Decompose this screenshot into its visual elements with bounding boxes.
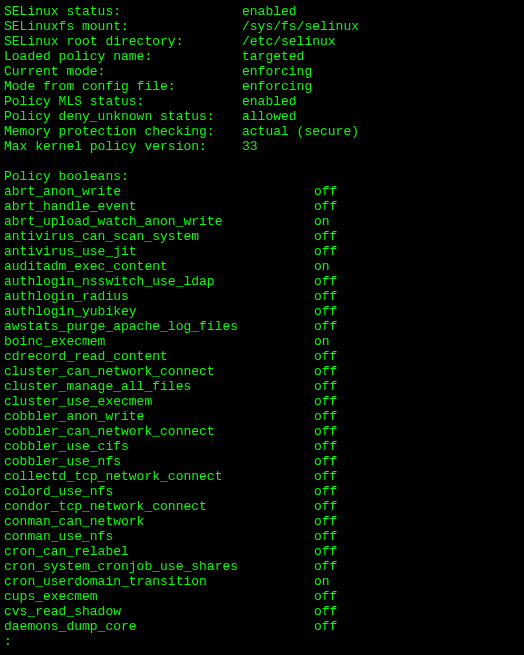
boolean-value: on xyxy=(314,334,330,349)
boolean-value: on xyxy=(314,214,330,229)
status-label: SELinux root directory: xyxy=(4,34,204,49)
status-value: enforcing xyxy=(204,64,312,79)
boolean-line: antivirus_can_scan_systemoff xyxy=(4,229,520,244)
boolean-name: cluster_can_network_connect xyxy=(4,364,314,379)
boolean-line: abrt_anon_writeoff xyxy=(4,184,520,199)
status-line: Max kernel policy version:33 xyxy=(4,139,520,154)
boolean-value: off xyxy=(314,319,337,334)
boolean-value: off xyxy=(314,229,337,244)
boolean-value: off xyxy=(314,409,337,424)
boolean-line: cobbler_use_nfsoff xyxy=(4,454,520,469)
boolean-line: cron_can_relabeloff xyxy=(4,544,520,559)
boolean-value: off xyxy=(314,394,337,409)
boolean-name: cron_can_relabel xyxy=(4,544,314,559)
status-label: Loaded policy name: xyxy=(4,49,204,64)
boolean-line: cron_userdomain_transitionon xyxy=(4,574,520,589)
boolean-name: cobbler_use_nfs xyxy=(4,454,314,469)
status-label: Mode from config file: xyxy=(4,79,204,94)
boolean-line: cvs_read_shadowoff xyxy=(4,604,520,619)
boolean-line: cobbler_can_network_connectoff xyxy=(4,424,520,439)
boolean-line: cobbler_use_cifsoff xyxy=(4,439,520,454)
boolean-name: conman_can_network xyxy=(4,514,314,529)
boolean-name: cluster_use_execmem xyxy=(4,394,314,409)
boolean-value: off xyxy=(314,364,337,379)
status-label: Current mode: xyxy=(4,64,204,79)
boolean-line: daemons_dump_coreoff xyxy=(4,619,520,634)
status-line: SELinux status:enabled xyxy=(4,4,520,19)
boolean-name: auditadm_exec_content xyxy=(4,259,314,274)
boolean-name: cobbler_can_network_connect xyxy=(4,424,314,439)
boolean-name: cdrecord_read_content xyxy=(4,349,314,364)
boolean-line: auditadm_exec_contenton xyxy=(4,259,520,274)
boolean-name: condor_tcp_network_connect xyxy=(4,499,314,514)
status-line: SELinuxfs mount:/sys/fs/selinux xyxy=(4,19,520,34)
status-label: Max kernel policy version: xyxy=(4,139,204,154)
boolean-line: authlogin_nsswitch_use_ldapoff xyxy=(4,274,520,289)
boolean-name: abrt_upload_watch_anon_write xyxy=(4,214,314,229)
boolean-name: cron_system_cronjob_use_shares xyxy=(4,559,314,574)
boolean-name: abrt_handle_event xyxy=(4,199,314,214)
boolean-value: on xyxy=(314,259,330,274)
boolean-value: off xyxy=(314,529,337,544)
policy-booleans-block: abrt_anon_writeoffabrt_handle_eventoffab… xyxy=(4,184,520,634)
status-label: SELinux status: xyxy=(4,4,204,19)
boolean-line: cron_system_cronjob_use_sharesoff xyxy=(4,559,520,574)
status-value: allowed xyxy=(204,109,297,124)
pager-prompt[interactable]: : xyxy=(4,634,520,649)
boolean-name: conman_use_nfs xyxy=(4,529,314,544)
boolean-line: collectd_tcp_network_connectoff xyxy=(4,469,520,484)
boolean-value: off xyxy=(314,199,337,214)
boolean-value: on xyxy=(314,574,330,589)
status-label: Memory protection checking: xyxy=(4,124,204,139)
boolean-value: off xyxy=(314,349,337,364)
status-line: SELinux root directory:/etc/selinux xyxy=(4,34,520,49)
boolean-line: conman_use_nfsoff xyxy=(4,529,520,544)
boolean-value: off xyxy=(314,589,337,604)
boolean-value: off xyxy=(314,499,337,514)
boolean-line: cluster_can_network_connectoff xyxy=(4,364,520,379)
boolean-value: off xyxy=(314,304,337,319)
boolean-name: cron_userdomain_transition xyxy=(4,574,314,589)
boolean-name: awstats_purge_apache_log_files xyxy=(4,319,314,334)
boolean-name: authlogin_yubikey xyxy=(4,304,314,319)
boolean-value: off xyxy=(314,184,337,199)
boolean-value: off xyxy=(314,559,337,574)
boolean-name: antivirus_use_jit xyxy=(4,244,314,259)
boolean-line: authlogin_radiusoff xyxy=(4,289,520,304)
boolean-line: boinc_execmemon xyxy=(4,334,520,349)
boolean-name: boinc_execmem xyxy=(4,334,314,349)
boolean-name: collectd_tcp_network_connect xyxy=(4,469,314,484)
boolean-value: off xyxy=(314,514,337,529)
status-value: enabled xyxy=(204,94,297,109)
status-label: SELinuxfs mount: xyxy=(4,19,204,34)
boolean-line: conman_can_networkoff xyxy=(4,514,520,529)
boolean-value: off xyxy=(314,604,337,619)
boolean-value: off xyxy=(314,619,337,634)
boolean-line: cups_execmemoff xyxy=(4,589,520,604)
status-line: Policy deny_unknown status:allowed xyxy=(4,109,520,124)
status-value: 33 xyxy=(204,139,258,154)
boolean-line: cobbler_anon_writeoff xyxy=(4,409,520,424)
boolean-value: off xyxy=(314,484,337,499)
status-value: enforcing xyxy=(204,79,312,94)
boolean-line: antivirus_use_jitoff xyxy=(4,244,520,259)
boolean-value: off xyxy=(314,289,337,304)
boolean-name: authlogin_nsswitch_use_ldap xyxy=(4,274,314,289)
boolean-line: cluster_use_execmemoff xyxy=(4,394,520,409)
boolean-name: authlogin_radius xyxy=(4,289,314,304)
boolean-line: awstats_purge_apache_log_filesoff xyxy=(4,319,520,334)
status-line: Current mode:enforcing xyxy=(4,64,520,79)
status-label: Policy deny_unknown status: xyxy=(4,109,204,124)
boolean-line: abrt_upload_watch_anon_writeon xyxy=(4,214,520,229)
boolean-value: off xyxy=(314,469,337,484)
status-label: Policy MLS status: xyxy=(4,94,204,109)
boolean-line: cluster_manage_all_filesoff xyxy=(4,379,520,394)
status-value: enabled xyxy=(204,4,297,19)
boolean-name: antivirus_can_scan_system xyxy=(4,229,314,244)
boolean-line: colord_use_nfsoff xyxy=(4,484,520,499)
status-value: /etc/selinux xyxy=(204,34,336,49)
status-line: Loaded policy name:targeted xyxy=(4,49,520,64)
boolean-line: authlogin_yubikeyoff xyxy=(4,304,520,319)
boolean-value: off xyxy=(314,274,337,289)
status-line: Memory protection checking:actual (secur… xyxy=(4,124,520,139)
